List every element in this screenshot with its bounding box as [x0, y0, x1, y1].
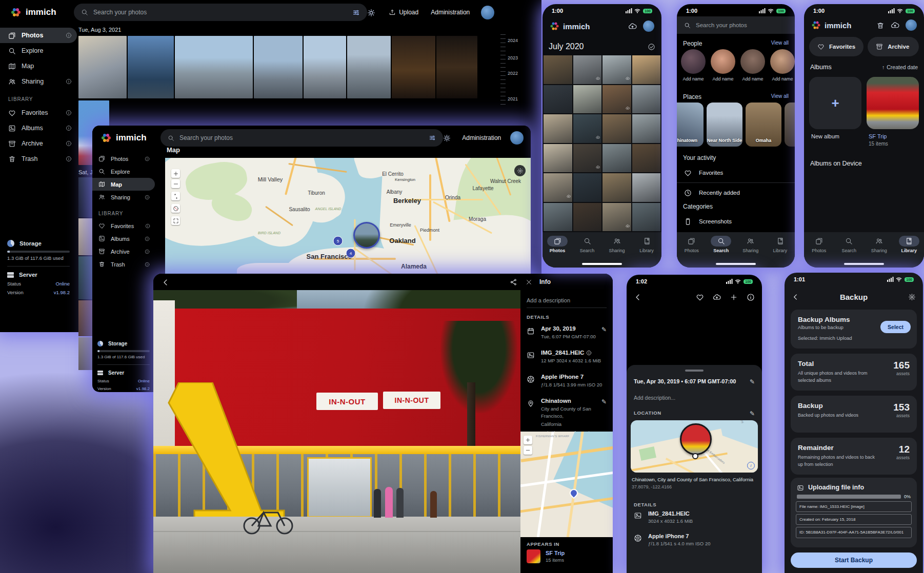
photo-thumbnail[interactable]	[544, 173, 572, 202]
back-button[interactable]	[634, 292, 642, 301]
photo-thumbnail[interactable]	[602, 173, 631, 202]
avatar[interactable]	[481, 6, 494, 19]
trash-icon[interactable]	[876, 21, 885, 30]
list-item-recently-added[interactable]: Recently added	[677, 182, 795, 202]
theme-toggle-icon[interactable]	[443, 133, 451, 142]
photo-thumbnail[interactable]	[632, 55, 661, 84]
nav-search[interactable]: Search	[708, 236, 734, 253]
place-tile[interactable]: Near North Side	[707, 103, 742, 147]
photo-thumbnail[interactable]	[602, 85, 631, 114]
select-button[interactable]: Select	[880, 321, 911, 333]
sidebar-item-archive[interactable]: Archive	[0, 136, 77, 151]
scrubber-year[interactable]: 2023	[508, 55, 518, 60]
photo-thumbnail[interactable]	[573, 203, 602, 232]
administration-link[interactable]: Administration	[462, 134, 501, 141]
drag-handle[interactable]	[685, 370, 704, 372]
nav-photos[interactable]: Photos	[678, 236, 705, 253]
map-settings-gear[interactable]	[514, 165, 526, 176]
photo-thumbnail[interactable]	[602, 55, 631, 84]
photo-thumbnail[interactable]	[175, 36, 253, 98]
info-icon[interactable]	[66, 32, 72, 38]
back-button[interactable]	[162, 277, 170, 286]
sidebar-item-archive[interactable]: Archive	[92, 245, 155, 258]
list-item-favorites[interactable]: Favorites	[677, 163, 795, 182]
person-item[interactable]: Add name	[681, 49, 706, 81]
photo-thumbnail[interactable]	[573, 144, 602, 173]
info-icon[interactable]	[66, 140, 72, 147]
immich-logo[interactable]: immich	[101, 132, 160, 144]
sidebar-item-explore[interactable]: Explore	[92, 165, 155, 178]
list-item-screenshots[interactable]: Screenshots	[677, 212, 795, 231]
person-item[interactable]: Add name	[740, 49, 765, 81]
photo-thumbnail[interactable]	[544, 114, 572, 143]
map-noloc-button[interactable]	[171, 204, 180, 213]
photo-view[interactable]: IN-N-OUT IN-N-OUT	[153, 290, 520, 573]
photo-thumbnail[interactable]	[573, 85, 602, 114]
photo-thumbnail[interactable]	[573, 173, 602, 202]
theme-toggle-icon[interactable]	[367, 8, 375, 17]
close-icon[interactable]	[526, 277, 532, 286]
photo-thumbnail[interactable]	[544, 144, 572, 173]
nav-sharing[interactable]: Sharing	[866, 236, 892, 253]
person-item[interactable]: Add name	[711, 49, 735, 81]
nav-photos[interactable]: Photos	[806, 236, 832, 253]
sidebar-item-sharing[interactable]: Sharing	[0, 74, 77, 89]
info-icon[interactable]	[66, 78, 72, 85]
sidebar-item-map[interactable]: Map	[0, 58, 77, 74]
add-name-link[interactable]: Add name	[682, 76, 704, 81]
select-all-icon[interactable]	[648, 42, 655, 51]
immich-logo[interactable]: immich	[10, 7, 74, 18]
photo-thumbnail[interactable]	[347, 36, 391, 98]
photo-thumbnail[interactable]	[544, 85, 572, 114]
photo-thumbnail[interactable]	[632, 173, 661, 202]
place-tile[interactable]: Chinatown	[677, 103, 704, 147]
plus-button[interactable]	[730, 292, 738, 301]
cloud-sync-icon[interactable]	[891, 21, 899, 30]
nav-search[interactable]: Search	[574, 236, 600, 253]
new-album-tile[interactable]: +	[809, 77, 861, 129]
photo-thumbnail[interactable]	[632, 114, 661, 143]
photo-thumbnail[interactable]	[128, 36, 174, 98]
photo-thumbnail[interactable]	[392, 36, 435, 98]
photo-thumbnail[interactable]	[544, 55, 572, 84]
album-name[interactable]: SF Trip	[869, 133, 887, 139]
sidebar-item-explore[interactable]: Explore	[0, 43, 77, 58]
map-photo-marker[interactable]	[353, 222, 380, 249]
home-indicator[interactable]	[844, 263, 884, 265]
avatar[interactable]	[643, 21, 654, 32]
location-map[interactable]: San Francisco Ferry The Embarcadero i	[631, 420, 758, 473]
favorites-chip[interactable]: Favorites	[809, 37, 863, 56]
scrubber-year[interactable]: 2022	[508, 71, 518, 76]
sidebar-item-albums[interactable]: Albums	[92, 232, 155, 245]
cloud-button[interactable]	[713, 292, 721, 301]
map-info-icon[interactable]: i	[747, 462, 755, 469]
edit-location-icon[interactable]: ✎	[750, 410, 755, 417]
nav-sharing[interactable]: Sharing	[737, 236, 764, 253]
photo-thumbnail[interactable]	[544, 203, 572, 232]
share-button[interactable]	[510, 277, 517, 286]
nav-library[interactable]: Library	[633, 236, 660, 253]
info-icon[interactable]	[145, 249, 150, 254]
administration-link[interactable]: Administration	[431, 9, 470, 16]
photo-thumbnail[interactable]	[632, 203, 661, 232]
location-map[interactable]: FISHERMAN'S WHARF	[520, 432, 613, 537]
heart-button[interactable]	[696, 292, 704, 301]
upload-button[interactable]: Upload	[389, 9, 418, 16]
cloud-sync-icon[interactable]	[628, 22, 637, 31]
edit-icon[interactable]: ✎	[601, 398, 607, 405]
search-input[interactable]: Search your photos	[160, 129, 443, 147]
info-icon[interactable]	[145, 195, 150, 200]
search-input[interactable]: Search your photos	[74, 4, 367, 21]
filter-icon[interactable]	[352, 8, 360, 16]
place-tile[interactable]: Pi	[785, 103, 795, 147]
photo-thumbnail[interactable]	[573, 55, 602, 84]
nav-photos[interactable]: Photos	[544, 236, 571, 253]
place-tile[interactable]: Omaha	[746, 103, 781, 147]
album-link[interactable]: SF Trip 15 items	[527, 549, 565, 563]
photo-thumbnail[interactable]	[632, 85, 661, 114]
add-name-link[interactable]: Add name	[772, 76, 793, 81]
sidebar-item-sharing[interactable]: Sharing	[92, 191, 155, 203]
info-icon[interactable]	[145, 156, 150, 161]
edit-icon[interactable]: ✎	[601, 326, 607, 333]
map-updown-button[interactable]	[171, 192, 180, 200]
